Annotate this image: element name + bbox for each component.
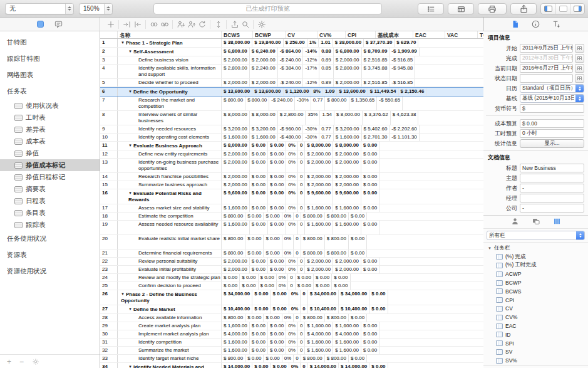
collapse-caret-icon[interactable]: ▼: [121, 39, 125, 46]
outdent-task-icon[interactable]: [132, 19, 143, 29]
filter-dropdown[interactable]: 无: [5, 3, 74, 14]
task-row[interactable]: 15Summarize business approach$ 2,000.00$…: [100, 181, 483, 189]
task-row[interactable]: 11▼Evaluate Business Approach$ 8,000.00$…: [100, 142, 483, 150]
sidebar-item[interactable]: 挣值: [0, 147, 100, 159]
column-header[interactable]: BCWP: [253, 31, 286, 38]
sidebar-item[interactable]: 资源使用状况: [0, 263, 100, 280]
link-tasks-icon[interactable]: [148, 19, 159, 29]
column-header[interactable]: EAC: [413, 31, 445, 38]
task-row[interactable]: 24Review and modify the strategic plan$ …: [100, 274, 483, 282]
add-view-button[interactable]: +: [7, 357, 11, 366]
export-icon[interactable]: [229, 19, 240, 29]
update-progress-icon[interactable]: [197, 19, 207, 29]
comments-icon[interactable]: [54, 19, 63, 29]
text-input[interactable]: [520, 174, 584, 182]
calendar-picker-button[interactable]: [575, 44, 584, 53]
column-tree-item[interactable]: ID: [488, 330, 588, 339]
calendar-picker-button[interactable]: [575, 54, 584, 63]
task-row[interactable]: 20Evaluate realistic initial market shar…: [100, 235, 483, 250]
column-header[interactable]: CV: [286, 31, 317, 38]
task-row[interactable]: 31Identify competition$ 1,600.00$ 0.00$ …: [100, 339, 483, 347]
task-row[interactable]: 16▼Evaluate Potential Risks and Rewards$…: [100, 189, 483, 204]
text-input[interactable]: [520, 194, 584, 202]
text-input[interactable]: $: [520, 104, 584, 113]
column-tree-item[interactable]: CV: [488, 305, 588, 313]
column-header[interactable]: TCPI: [478, 31, 483, 38]
sidebar-item[interactable]: 跟踪甘特图: [0, 51, 100, 67]
task-row[interactable]: 33Identify target market niche$ 800.00$ …: [100, 355, 483, 363]
date-input[interactable]: 2011年9月25日 上午8:00: [520, 44, 573, 53]
task-row[interactable]: 29Create market analysis plan$ 1,600.00$…: [100, 322, 483, 330]
column-header[interactable]: CPI: [346, 31, 376, 38]
column-header[interactable]: VAC: [445, 31, 478, 38]
calendar-picker-button[interactable]: [575, 74, 584, 83]
task-row[interactable]: 28Access available information$ 800.00$ …: [100, 314, 483, 322]
sidebar-item[interactable]: 差异表: [0, 124, 100, 135]
task-row[interactable]: 27▼Define the Market$ 10,400.00$ 0.00$ 0…: [100, 305, 483, 314]
task-row[interactable]: 9Identify needed resources$ 3,200.00$ 3,…: [100, 125, 483, 134]
collapse-caret-icon[interactable]: ▼: [128, 306, 132, 312]
column-tree-item[interactable]: SV%: [488, 356, 588, 365]
task-row[interactable]: 7Research the market and competition$ 80…: [100, 97, 483, 111]
info-tab-icon[interactable]: [531, 19, 540, 29]
column-tree-item[interactable]: SPI: [488, 339, 588, 348]
task-row[interactable]: 12Define new entity requirements$ 2,000.…: [100, 150, 483, 159]
column-tree-item[interactable]: SV: [488, 348, 588, 357]
column-header[interactable]: BCWS: [222, 31, 253, 38]
zoom-stepper[interactable]: 150%: [79, 3, 113, 14]
task-row[interactable]: 22Review personal suitability$ 2,000.00$…: [100, 258, 483, 266]
task-row[interactable]: 14Research franchise possibilities$ 2,00…: [100, 173, 483, 181]
column-tree-item[interactable]: EAC: [488, 322, 588, 330]
task-row[interactable]: 25Confirm decision to proceed$ 0.00$ 0.0…: [100, 282, 483, 290]
sidebar-item[interactable]: 网络图表: [0, 67, 100, 83]
task-row[interactable]: 13Identify on-going business purchase op…: [100, 159, 483, 173]
collapse-caret-icon[interactable]: ▼: [128, 48, 132, 55]
sidebar-item[interactable]: 资源表: [0, 247, 100, 263]
column-tree-item[interactable]: BCWS: [488, 287, 588, 296]
text-input[interactable]: 0 小时: [520, 129, 584, 138]
collapse-caret-icon[interactable]: ▼: [128, 364, 132, 368]
sidebar-item[interactable]: 任务表: [0, 83, 100, 100]
task-row[interactable]: 30Implement market analysis plan$ 4,000.…: [100, 330, 483, 339]
gear-icon[interactable]: [32, 358, 39, 365]
timescale-button[interactable]: [448, 3, 474, 14]
task-row[interactable]: 10Identify operating cost elements$ 1,60…: [100, 134, 483, 142]
task-row[interactable]: 4Identify available skills, information …: [100, 65, 483, 79]
task-row[interactable]: 26▼Phase 2 - Define the Business Opportu…: [100, 290, 483, 305]
toggle-left-panel-button[interactable]: [541, 4, 555, 14]
task-row[interactable]: 23Evaluate initial profitability$ 2,000.…: [100, 266, 483, 274]
sidebar-item[interactable]: 使用状况表: [0, 100, 100, 112]
collapse-caret-icon[interactable]: ▼: [488, 246, 492, 250]
calendar-picker-button[interactable]: [575, 64, 584, 73]
sidebar-item[interactable]: 日程表: [0, 195, 100, 207]
text-input[interactable]: $ 0.00: [520, 119, 584, 128]
task-row[interactable]: 8Interview owners of similar businesses$…: [100, 111, 483, 125]
task-row[interactable]: 18Estimate the competition$ 800.00$ 0.00…: [100, 213, 483, 221]
text-input[interactable]: -: [520, 184, 584, 192]
sidebar-item[interactable]: 工时表: [0, 112, 100, 124]
collapse-caret-icon[interactable]: ▼: [128, 88, 132, 95]
task-row[interactable]: 1▼Phase 1 - Strategic Plan$ 38,000.00$ 1…: [100, 39, 483, 48]
task-row[interactable]: 3Define business vision$ 2,000.00$ 2,000…: [100, 56, 483, 65]
select-dropdown[interactable]: 基线 (2015年10月13日 下午1:…: [520, 94, 584, 103]
column-tree-item[interactable]: CV%: [488, 313, 588, 322]
indent-task-icon[interactable]: [121, 19, 132, 29]
collapse-caret-icon[interactable]: ▼: [121, 291, 125, 297]
remove-resource-icon[interactable]: [186, 19, 197, 29]
reorder-tasks-icon[interactable]: [213, 19, 224, 29]
remove-view-button[interactable]: −: [19, 357, 24, 366]
show-statistics-button[interactable]: 显示...: [520, 139, 584, 148]
sidebar-item[interactable]: 任务使用状况: [0, 231, 100, 247]
sidebar-item[interactable]: 摘要表: [0, 183, 100, 195]
tree-group-header[interactable]: ▼任务栏: [488, 244, 588, 253]
column-filter-dropdown[interactable]: 所有栏: [487, 231, 585, 240]
share-button[interactable]: [510, 3, 537, 14]
select-dropdown[interactable]: Standard（项目日历）: [520, 84, 584, 93]
column-tree-item[interactable]: (%) 完成: [488, 253, 588, 261]
task-row[interactable]: 2▼Self-Assessment$ 6,800.00$ 6,240.00-$ …: [100, 48, 483, 56]
task-row[interactable]: 17Assess market size and stability$ 1,60…: [100, 204, 483, 213]
sidebar-item[interactable]: 跟踪表: [0, 219, 100, 231]
task-row[interactable]: 5Decide whether to proceed$ 2,000.00$ 2,…: [100, 79, 483, 87]
column-header[interactable]: 基线成本: [376, 31, 413, 38]
task-row[interactable]: 32Summarize the market$ 1,600.00$ 0.00$ …: [100, 347, 483, 355]
